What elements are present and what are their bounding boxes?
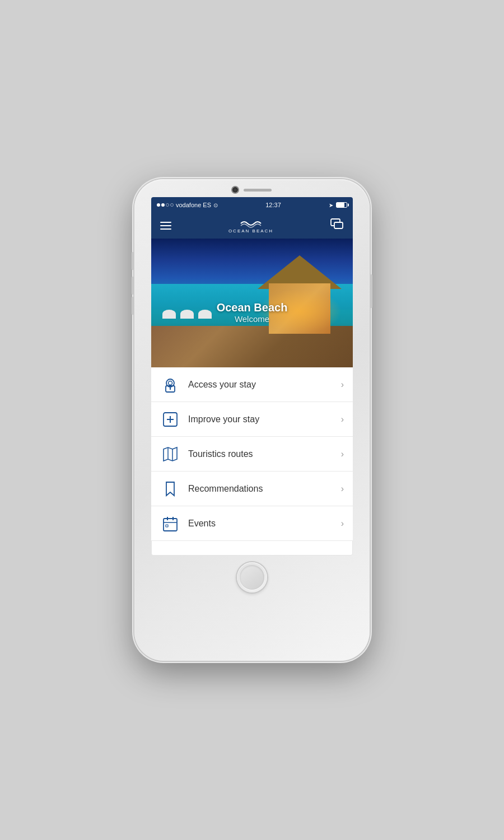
signal-dot-1 [157, 203, 160, 207]
menu-item-touristic-routes[interactable]: Touristics routes › [151, 437, 353, 472]
menu-item-access-stay[interactable]: Access your stay › [151, 367, 353, 402]
status-left: vodafone ES ⊙ [157, 202, 218, 208]
wifi-icon: ⊙ [213, 202, 218, 208]
logo-area: OCEAN BEACH [228, 218, 273, 234]
menu-item-events[interactable]: Events › [151, 506, 353, 541]
carrier-label: vodafone ES [176, 202, 211, 208]
hamburger-line-2 [160, 225, 171, 226]
nav-bar: OCEAN BEACH [151, 213, 353, 239]
hamburger-line-3 [160, 228, 171, 230]
front-camera [232, 187, 238, 193]
svg-rect-15 [166, 525, 168, 527]
hero-title: Ocean Beach [151, 301, 353, 314]
hero-subtitle: Welcome [151, 314, 353, 324]
map-icon [160, 444, 180, 464]
phone-screen: vodafone ES ⊙ 12:37 ➤ [151, 197, 353, 556]
lock-icon [160, 375, 180, 395]
plus-square-icon [160, 409, 180, 430]
touristic-routes-chevron: › [341, 449, 344, 459]
menu-list: Access your stay › Improve your stay › [151, 367, 353, 541]
home-button-inner [240, 565, 264, 590]
hamburger-line-1 [160, 222, 171, 223]
bookmark-icon [160, 479, 180, 499]
menu-item-improve-stay[interactable]: Improve your stay › [151, 402, 353, 437]
recommendations-label: Recommendations [188, 484, 341, 494]
signal-dot-4 [170, 203, 174, 207]
menu-item-recommendations[interactable]: Recommendations › [151, 472, 353, 506]
status-right: ➤ [329, 202, 347, 208]
hero-text: Ocean Beach Welcome [151, 301, 353, 324]
hero-image: Ocean Beach Welcome [151, 239, 353, 367]
calendar-icon [160, 514, 180, 534]
battery-indicator [336, 202, 347, 208]
phone-mockup: vodafone ES ⊙ 12:37 ➤ [134, 179, 370, 661]
improve-stay-label: Improve your stay [188, 414, 341, 424]
signal-dots [157, 203, 174, 207]
time-label: 12:37 [265, 202, 281, 208]
chat-button[interactable] [330, 218, 344, 234]
logo-text: OCEAN BEACH [228, 228, 273, 234]
events-label: Events [188, 519, 341, 529]
improve-stay-chevron: › [341, 414, 344, 424]
camera-area [232, 187, 272, 193]
svg-rect-1 [334, 222, 343, 228]
hamburger-menu[interactable] [160, 222, 171, 230]
signal-dot-3 [166, 203, 169, 207]
events-chevron: › [341, 519, 344, 529]
logo-waves-icon [240, 218, 262, 228]
signal-dot-2 [161, 203, 165, 207]
recommendations-chevron: › [341, 484, 344, 494]
svg-point-3 [169, 381, 172, 385]
battery-fill [337, 203, 344, 207]
access-stay-label: Access your stay [188, 380, 341, 390]
speaker-slot [244, 189, 272, 192]
status-bar: vodafone ES ⊙ 12:37 ➤ [151, 197, 353, 213]
touristic-routes-label: Touristics routes [188, 449, 341, 459]
location-icon: ➤ [329, 202, 333, 208]
access-stay-chevron: › [341, 380, 344, 390]
home-button[interactable] [237, 562, 267, 592]
